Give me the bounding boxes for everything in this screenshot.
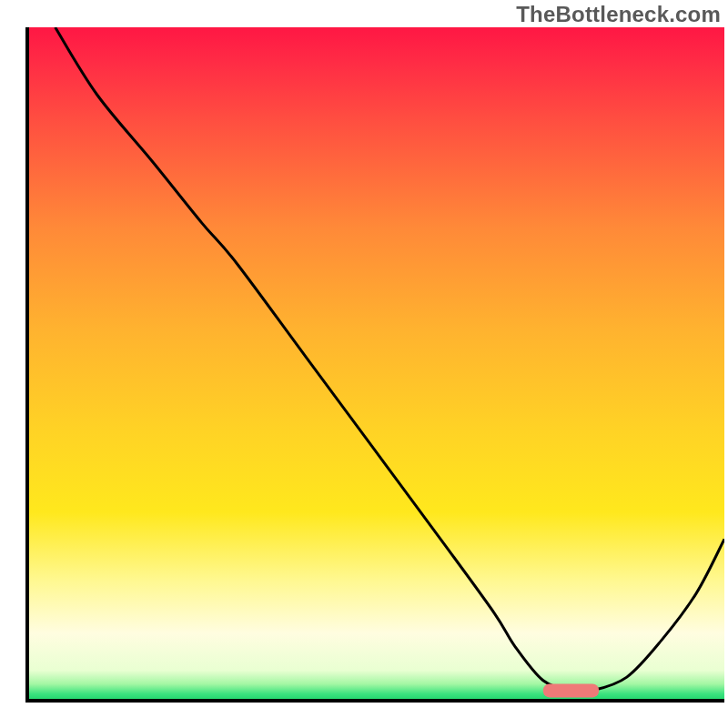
watermark-label: TheBottleneck.com: [516, 2, 721, 27]
plot-background: [27, 27, 724, 701]
chart-stage: TheBottleneck.com: [0, 0, 728, 728]
optimal-zone-marker: [543, 683, 599, 697]
bottleneck-chart: [0, 0, 728, 728]
